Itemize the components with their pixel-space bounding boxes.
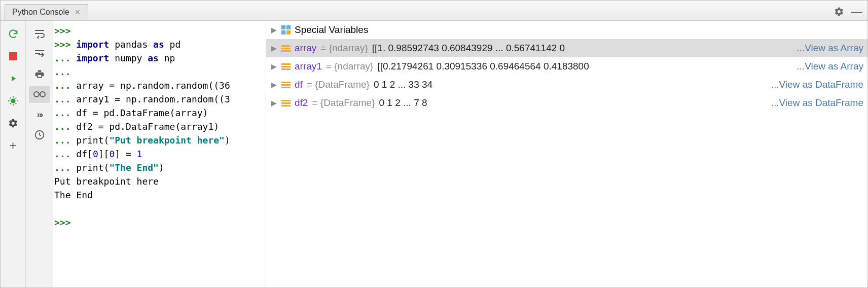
scroll-to-end-button[interactable]: [29, 45, 50, 62]
variable-row[interactable]: ▶df = {DataFrame} 0 1 2 ... 33 34...View…: [266, 76, 867, 94]
settings-button[interactable]: [5, 115, 21, 131]
variable-row[interactable]: ▶array1 = {ndarray} [[0.21794261 0.30915…: [266, 57, 867, 76]
left-toolbar: +: [1, 21, 26, 287]
variables-panel: ▶ Special Variables ▶array = {ndarray} […: [266, 21, 867, 287]
svg-point-1: [11, 98, 15, 103]
gear-icon[interactable]: [834, 7, 844, 18]
show-variables-button[interactable]: [29, 86, 50, 103]
variable-value: [[0.21794261 0.30915336 0.69464564 0.418…: [377, 61, 589, 72]
browse-history-button[interactable]: »›: [29, 106, 50, 123]
chevron-right-icon[interactable]: ▶: [270, 81, 277, 89]
view-as-link[interactable]: ...View as Array: [797, 61, 863, 72]
stop-button[interactable]: [5, 48, 21, 64]
history-button[interactable]: [29, 126, 50, 143]
special-variables-label: Special Variables: [295, 24, 368, 35]
chevron-right-icon[interactable]: ▶: [270, 44, 277, 52]
variable-row[interactable]: ▶df2 = {DataFrame} 0 1 2 ... 7 8...View …: [266, 94, 867, 112]
svg-rect-7: [281, 30, 285, 34]
variable-name: array: [295, 43, 316, 54]
svg-point-2: [34, 92, 39, 97]
chevron-right-icon[interactable]: ▶: [270, 26, 277, 34]
view-as-link[interactable]: ...View as Array: [797, 43, 863, 54]
variable-type: = {DataFrame}: [307, 79, 370, 90]
special-vars-icon: [281, 25, 291, 34]
field-icon: [281, 44, 291, 53]
variable-type: = {ndarray}: [320, 43, 368, 54]
print-button[interactable]: [29, 65, 50, 83]
field-icon: [281, 98, 291, 107]
panel-header: Python Console ✕ —: [1, 1, 867, 21]
svg-rect-8: [286, 30, 291, 34]
debug-button[interactable]: [5, 93, 21, 109]
variable-type: = {DataFrame}: [312, 97, 375, 109]
chevron-right-icon[interactable]: ▶: [270, 62, 277, 70]
variable-row[interactable]: ▶array = {ndarray} [[1. 0.98592743 0.608…: [266, 39, 867, 57]
chevron-right-icon[interactable]: ▶: [270, 99, 277, 107]
svg-rect-0: [9, 52, 17, 60]
minimize-icon[interactable]: —: [851, 6, 862, 19]
svg-rect-6: [286, 25, 291, 29]
field-icon: [281, 80, 291, 89]
add-button[interactable]: +: [5, 137, 21, 154]
console-toolbar: »›: [26, 21, 53, 287]
variable-name: df: [295, 79, 303, 90]
tab-python-console[interactable]: Python Console ✕: [5, 4, 88, 20]
svg-rect-5: [281, 25, 285, 29]
variable-value: 0 1 2 ... 7 8: [379, 97, 427, 109]
variable-type: = {ndarray}: [326, 61, 374, 72]
view-as-link[interactable]: ...View as DataFrame: [771, 97, 863, 109]
special-variables-row[interactable]: ▶ Special Variables: [266, 21, 867, 39]
close-icon[interactable]: ✕: [75, 8, 81, 16]
field-icon: [281, 62, 291, 71]
soft-wrap-button[interactable]: [29, 25, 50, 42]
console-output[interactable]: >>> >>> import pandas as pd ... import n…: [53, 21, 266, 287]
tab-label: Python Console: [12, 8, 69, 17]
svg-point-3: [40, 92, 45, 97]
view-as-link[interactable]: ...View as DataFrame: [771, 79, 863, 90]
variable-value: [[1. 0.98592743 0.60843929 ... 0.5674114…: [372, 43, 565, 54]
run-button[interactable]: [5, 70, 21, 87]
rerun-button[interactable]: [5, 26, 21, 42]
variable-name: df2: [295, 97, 308, 109]
variable-value: 0 1 2 ... 33 34: [374, 79, 432, 90]
variable-name: array1: [295, 61, 322, 72]
